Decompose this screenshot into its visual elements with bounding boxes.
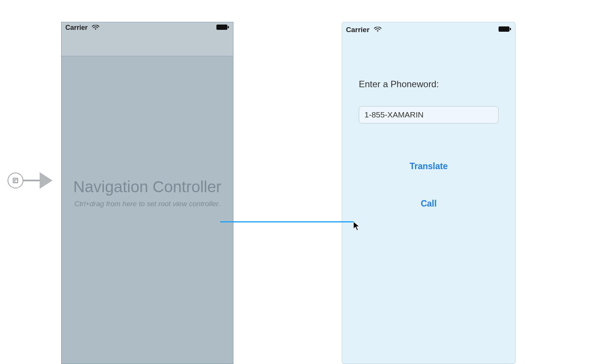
segue-drag-line [220,221,354,222]
battery-icon [499,26,511,34]
svg-rect-1 [228,26,229,28]
svg-rect-3 [510,28,511,30]
status-bar: Carrier [62,22,233,34]
carrier-label: Carrier [346,26,381,34]
wifi-icon [92,24,99,32]
entry-point-arrow-shaft [23,180,40,181]
entry-point-arrow-head-icon [40,172,52,189]
call-button[interactable]: Call [359,199,499,209]
nav-controller-hint: Ctrl+drag from here to set root view con… [74,200,220,208]
phoneword-prompt-label: Enter a Phoneword: [359,79,499,89]
battery-icon [216,24,229,32]
phoneword-view-controller-scene[interactable]: Carrier Enter a Phoneword: Translate Cal… [342,22,516,364]
mouse-cursor-icon [353,221,361,233]
navigation-bar [62,34,233,56]
translate-button[interactable]: Translate [359,161,499,171]
wifi-icon [374,26,381,34]
carrier-label: Carrier [65,24,99,32]
svg-rect-0 [216,25,227,30]
carrier-text: Carrier [346,26,369,34]
carrier-text: Carrier [65,24,88,31]
phoneword-input[interactable] [359,106,499,123]
entry-point-indicator-icon [8,173,23,188]
nav-controller-title: Navigation Controller [73,178,221,196]
status-bar: Carrier [342,22,515,37]
navigation-controller-scene[interactable]: Carrier Navigation Controller Ctrl+drag … [61,22,233,364]
storyboard-entry-point[interactable] [8,172,52,189]
svg-rect-2 [499,26,509,32]
